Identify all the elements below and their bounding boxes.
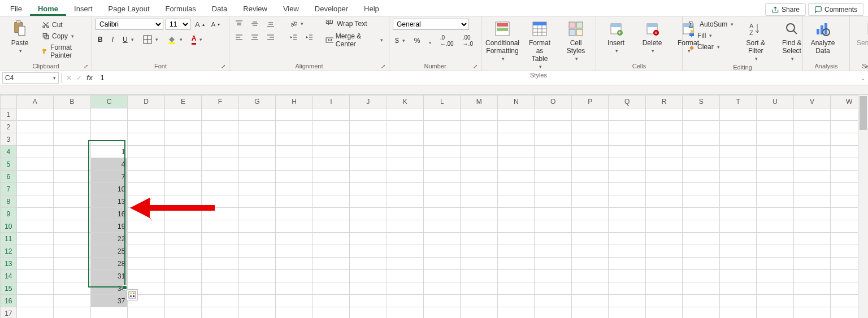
cell[interactable] [16, 158, 53, 171]
worksheet-grid[interactable]: ABCDEFGHIJKLMNOPQRSTUVW12341546771081391… [0, 95, 868, 318]
number-format-select[interactable]: General [393, 19, 469, 30]
cell[interactable] [54, 307, 90, 319]
cell[interactable] [164, 208, 201, 220]
cell[interactable] [276, 133, 313, 146]
cell[interactable] [424, 270, 461, 282]
cell[interactable] [276, 233, 313, 245]
column-header[interactable]: I [313, 95, 349, 108]
cell[interactable] [387, 282, 423, 295]
cell[interactable] [535, 282, 572, 295]
comments-button[interactable]: Comments [808, 3, 863, 16]
cell[interactable] [683, 270, 719, 282]
cell[interactable] [793, 258, 830, 270]
cell[interactable] [793, 158, 830, 171]
cell[interactable] [683, 220, 719, 233]
cell[interactable] [350, 233, 387, 245]
cell[interactable] [461, 121, 498, 133]
cell[interactable] [609, 295, 646, 307]
cell[interactable]: 25 [90, 245, 128, 258]
cell[interactable] [645, 245, 682, 258]
column-header[interactable]: K [387, 95, 423, 108]
cell[interactable] [757, 108, 793, 121]
cell[interactable] [757, 171, 793, 183]
cell[interactable] [461, 282, 498, 295]
cancel-formula-button[interactable]: ✕ [66, 74, 72, 82]
cell[interactable] [571, 195, 608, 208]
cell[interactable] [276, 245, 313, 258]
cell[interactable] [571, 270, 608, 282]
cell[interactable] [202, 233, 238, 245]
decrease-font-button[interactable]: A▾ [209, 20, 222, 29]
row-header[interactable]: 3 [1, 133, 17, 146]
cell[interactable] [571, 121, 608, 133]
cell[interactable] [164, 233, 201, 245]
cell[interactable] [497, 245, 534, 258]
font-color-button[interactable]: A▾ [189, 33, 205, 46]
cell[interactable]: 1 [90, 146, 128, 158]
column-header[interactable]: N [497, 95, 534, 108]
cell[interactable] [793, 195, 830, 208]
cell[interactable] [16, 208, 53, 220]
cell[interactable] [645, 220, 682, 233]
cell[interactable] [683, 233, 719, 245]
cell[interactable] [719, 270, 756, 282]
cell[interactable] [609, 108, 646, 121]
cell[interactable] [571, 183, 608, 195]
cell[interactable] [276, 195, 313, 208]
row-header[interactable]: 17 [1, 307, 17, 319]
cell[interactable] [238, 146, 276, 158]
cell[interactable] [719, 307, 756, 319]
cell[interactable] [535, 108, 572, 121]
vertical-scrollbar[interactable] [858, 95, 868, 318]
cell[interactable] [757, 258, 793, 270]
cell[interactable] [757, 208, 793, 220]
tab-insert[interactable]: Insert [66, 1, 101, 16]
cell[interactable] [609, 208, 646, 220]
column-header[interactable]: M [461, 95, 498, 108]
cell[interactable] [238, 307, 276, 319]
cell[interactable] [461, 183, 498, 195]
cell[interactable] [54, 245, 90, 258]
cell[interactable] [609, 158, 646, 171]
cell[interactable] [238, 245, 276, 258]
cell[interactable] [54, 171, 90, 183]
cell[interactable] [793, 208, 830, 220]
cell[interactable] [276, 171, 313, 183]
clipboard-launcher[interactable]: ⤢ [84, 63, 88, 69]
cell[interactable] [609, 258, 646, 270]
cell[interactable] [571, 220, 608, 233]
cell[interactable] [202, 121, 238, 133]
cell[interactable] [350, 133, 387, 146]
cell[interactable] [535, 270, 572, 282]
cell[interactable] [387, 133, 423, 146]
column-header[interactable]: B [54, 95, 90, 108]
cell[interactable] [16, 195, 53, 208]
cell[interactable] [719, 183, 756, 195]
cell[interactable] [54, 133, 90, 146]
cell[interactable] [424, 282, 461, 295]
cell[interactable] [202, 258, 238, 270]
cell[interactable] [164, 245, 201, 258]
column-header[interactable]: T [719, 95, 756, 108]
cell[interactable]: 34 [90, 282, 128, 295]
cell[interactable] [164, 133, 201, 146]
cell[interactable] [238, 220, 276, 233]
cell[interactable] [497, 133, 534, 146]
cell[interactable] [313, 108, 349, 121]
cell[interactable] [535, 195, 572, 208]
wrap-text-button[interactable]: abWrap Text [323, 19, 385, 29]
cell[interactable]: 10 [90, 183, 128, 195]
cell[interactable] [793, 146, 830, 158]
cell-styles-button[interactable]: Cell Styles▾ [559, 19, 592, 63]
cell[interactable] [609, 133, 646, 146]
cell[interactable] [16, 121, 53, 133]
row-header[interactable]: 7 [1, 183, 17, 195]
cell[interactable] [461, 258, 498, 270]
cell[interactable] [202, 220, 238, 233]
cell[interactable] [164, 183, 201, 195]
cell[interactable] [683, 208, 719, 220]
cell[interactable] [645, 121, 682, 133]
alignment-launcher[interactable]: ⤢ [381, 63, 385, 69]
cell[interactable] [497, 258, 534, 270]
cell[interactable] [757, 183, 793, 195]
